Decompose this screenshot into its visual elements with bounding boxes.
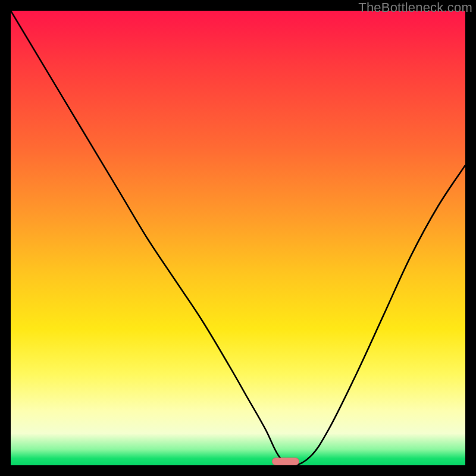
plot-area [11,11,465,465]
watermark-text: TheBottleneck.com [358,0,472,15]
optimal-range-marker [272,458,299,465]
chart-frame: TheBottleneck.com [0,0,476,476]
bottleneck-curve [11,11,465,465]
